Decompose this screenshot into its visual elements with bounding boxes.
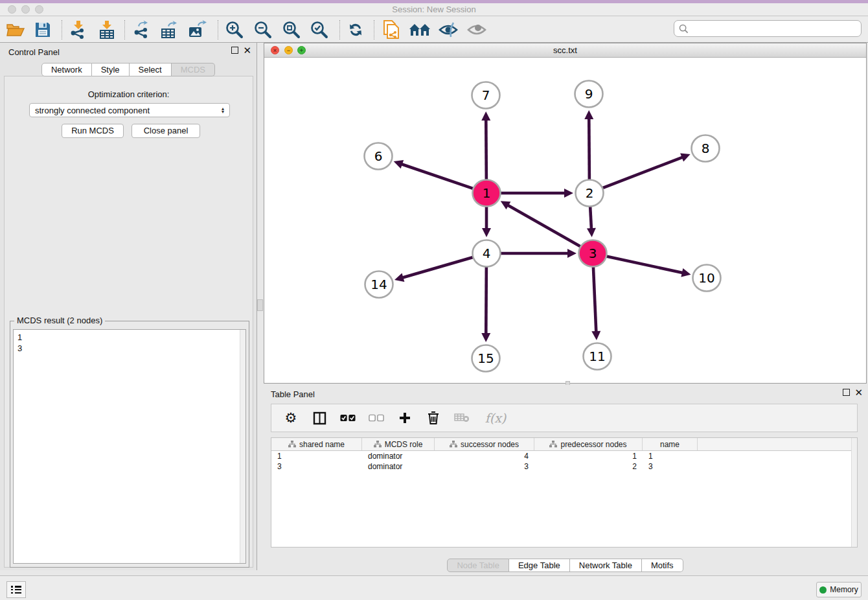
node-label: 2 xyxy=(586,185,594,201)
column-header-MCDS-role[interactable]: MCDS role xyxy=(362,438,435,450)
tab-style[interactable]: Style xyxy=(92,63,130,76)
graph-edge-2-9[interactable] xyxy=(584,110,593,181)
tab-network-table[interactable]: Network Table xyxy=(570,559,642,572)
mcds-result-title: MCDS result (2 nodes) xyxy=(14,316,105,325)
table-row[interactable]: 1dominator411 xyxy=(271,451,857,461)
table-cell[interactable]: 4 xyxy=(435,451,534,461)
table-scrollbar[interactable] xyxy=(851,438,858,547)
task-history-button[interactable] xyxy=(6,581,26,598)
tab-node-table[interactable]: Node Table xyxy=(447,559,509,572)
graph-edge-3-10[interactable] xyxy=(605,256,691,277)
delete-column-button[interactable] xyxy=(426,410,441,426)
run-mcds-button[interactable]: Run MCDS xyxy=(62,124,124,138)
zoom-fit-button[interactable] xyxy=(280,19,303,41)
search-field[interactable] xyxy=(674,20,862,37)
graph-edge-2-3[interactable] xyxy=(587,205,596,237)
tab-network[interactable]: Network xyxy=(41,63,92,76)
zoom-out-button[interactable] xyxy=(251,19,275,41)
float-panel-icon[interactable] xyxy=(231,47,238,54)
graph-node-14[interactable]: 14 xyxy=(365,271,393,298)
result-scrollbar[interactable] xyxy=(240,330,246,563)
graph-node-6[interactable]: 6 xyxy=(365,143,393,170)
table-row[interactable]: 3dominator323 xyxy=(271,461,857,472)
toolbar-separator xyxy=(62,20,62,40)
open-session-button[interactable] xyxy=(4,19,27,41)
column-header-successor-nodes[interactable]: successor nodes xyxy=(435,438,534,450)
close-panel-button[interactable]: Close panel xyxy=(131,124,200,138)
graph-node-10[interactable]: 10 xyxy=(693,265,721,292)
import-table-button[interactable] xyxy=(95,19,119,41)
graph-edge-4-14[interactable] xyxy=(394,257,475,282)
table-settings-button[interactable]: ⚙ xyxy=(283,410,299,426)
memory-button[interactable]: Memory xyxy=(816,582,862,597)
table-cell[interactable]: 1 xyxy=(643,451,698,461)
optimization-criterion-select[interactable]: strongly connected component ▴▾ xyxy=(29,103,230,117)
apply-layout-button[interactable] xyxy=(344,19,367,41)
graph-node-3[interactable]: 3 xyxy=(579,240,607,267)
status-bar: Memory xyxy=(0,575,868,600)
graph-node-9[interactable]: 9 xyxy=(575,81,603,108)
graph-edge-3-1[interactable] xyxy=(501,201,582,247)
graph-node-4[interactable]: 4 xyxy=(473,240,501,267)
graph-edge-1-7[interactable] xyxy=(481,111,490,181)
zoom-selected-button[interactable] xyxy=(308,19,331,41)
search-input[interactable] xyxy=(691,22,861,35)
control-panel-tabs: NetworkStyleSelectMCDS xyxy=(0,63,257,76)
mcds-result-textarea[interactable]: 1 3 xyxy=(13,329,246,564)
show-eye-button[interactable] xyxy=(465,19,488,41)
split-columns-button[interactable] xyxy=(312,410,327,426)
graph-node-15[interactable]: 15 xyxy=(472,345,500,372)
add-column-button[interactable] xyxy=(397,410,413,426)
deselect-all-checkboxes-button[interactable] xyxy=(369,410,384,426)
function-builder-button[interactable]: f(x) xyxy=(483,410,508,426)
node-label: 14 xyxy=(371,277,387,292)
float-table-panel-icon[interactable] xyxy=(843,389,850,396)
graph-edge-3-11[interactable] xyxy=(591,266,600,340)
export-table-button[interactable] xyxy=(157,19,181,41)
graph-edge-1-4[interactable] xyxy=(482,205,491,237)
optimization-criterion-label: Optimization criterion: xyxy=(5,89,253,99)
table-cell[interactable]: 1 xyxy=(271,451,362,461)
panel-divider-handle[interactable] xyxy=(257,299,263,311)
home-button[interactable] xyxy=(408,19,431,41)
graph-edge-4-3[interactable] xyxy=(499,249,577,258)
new-network-button[interactable] xyxy=(380,19,403,41)
export-network-button[interactable] xyxy=(130,19,153,41)
table-cell[interactable]: 1 xyxy=(534,451,643,461)
zoom-in-button[interactable] xyxy=(223,19,246,41)
gear-icon: ⚙ xyxy=(285,410,297,426)
hide-panels-button[interactable] xyxy=(437,19,460,41)
delete-table-button[interactable] xyxy=(454,410,470,426)
import-network-button[interactable] xyxy=(66,19,89,41)
graph-edge-2-8[interactable] xyxy=(601,153,691,189)
table-cell[interactable]: 2 xyxy=(534,461,643,472)
graph-edge-1-2[interactable] xyxy=(499,189,573,198)
graph-node-8[interactable]: 8 xyxy=(692,135,720,162)
select-all-checkboxes-button[interactable] xyxy=(340,410,356,426)
graph-edge-1-6[interactable] xyxy=(394,160,475,189)
node-label: 3 xyxy=(589,246,597,261)
close-table-panel-icon[interactable]: ✕ xyxy=(854,389,863,396)
table-cell[interactable]: 3 xyxy=(643,461,698,472)
table-cell[interactable]: 3 xyxy=(435,461,534,472)
fx-icon: f(x) xyxy=(485,411,507,425)
network-graph[interactable]: 7968124314101511 xyxy=(264,58,866,383)
tab-select[interactable]: Select xyxy=(130,63,172,76)
graph-node-1[interactable]: 1 xyxy=(473,180,501,207)
graph-edge-4-15[interactable] xyxy=(481,266,490,342)
graph-node-7[interactable]: 7 xyxy=(472,82,500,109)
save-session-button[interactable] xyxy=(31,19,54,41)
tab-mcds[interactable]: MCDS xyxy=(172,63,215,76)
tab-edge-table[interactable]: Edge Table xyxy=(509,559,570,572)
column-header-name[interactable]: name xyxy=(643,438,698,450)
column-header-shared-name[interactable]: shared name xyxy=(271,438,362,450)
graph-node-2[interactable]: 2 xyxy=(576,180,604,207)
table-cell[interactable]: dominator xyxy=(362,451,435,461)
table-cell[interactable]: dominator xyxy=(362,461,435,472)
tab-motifs[interactable]: Motifs xyxy=(642,559,683,572)
column-header-predecessor-nodes[interactable]: predecessor nodes xyxy=(534,438,643,450)
graph-node-11[interactable]: 11 xyxy=(584,343,611,370)
export-image-button[interactable] xyxy=(186,19,209,41)
table-cell[interactable]: 3 xyxy=(271,461,362,472)
close-panel-icon[interactable]: ✕ xyxy=(243,47,251,54)
